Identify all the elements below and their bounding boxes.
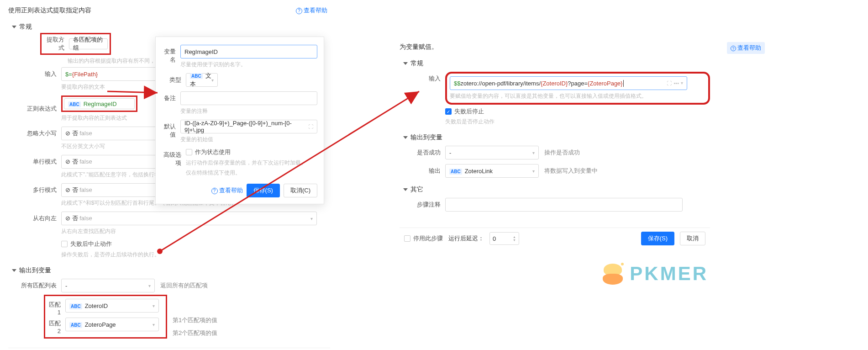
step-remark-input[interactable] — [445, 198, 683, 212]
extract-mode-label: 提取方式 — [43, 36, 69, 52]
output-label: 输出 — [400, 164, 445, 175]
right-cancel-button[interactable]: 取消 — [680, 232, 705, 245]
multiline-label: 多行模式 — [8, 183, 61, 194]
stop-on-fail-checkbox[interactable]: 失败后中止动作 — [61, 240, 112, 248]
chevron-down-icon — [403, 136, 408, 139]
match2-select[interactable]: ABCZoteroPage▾ — [65, 318, 159, 331]
type-label: 类型 — [162, 73, 186, 84]
adv-label: 高级选项 — [162, 148, 186, 167]
type-select[interactable]: ABC文本▾ — [186, 73, 218, 87]
success-label: 是否成功 — [400, 146, 445, 157]
allmatch-label: 所有匹配列表 — [8, 279, 61, 290]
chevron-down-icon — [12, 269, 16, 272]
allmatch-select[interactable]: -▾ — [61, 279, 155, 292]
match2-label: 匹配2 — [47, 318, 65, 334]
match1-select[interactable]: ABCZoteroID▾ — [65, 299, 159, 313]
right-delay-label: 运行后延迟： — [448, 234, 484, 243]
chevron-down-icon — [403, 188, 408, 191]
right-section-other[interactable]: 其它 — [400, 180, 710, 196]
left-footer: 停用此步骤 运行后延迟： 0▲▼ 保存(S) 取消 — [8, 348, 330, 350]
modal-help-link[interactable]: ?查看帮助 — [211, 186, 243, 195]
match-group-highlight: 匹配1 ABCZoteroID▾ 匹配2 ABCZoteroPage▾ — [44, 295, 167, 339]
right-disable-step-checkbox[interactable]: 停用此步骤 — [404, 234, 443, 243]
chevron-down-icon: ▾ — [310, 216, 313, 221]
pkmer-watermark: PKMER — [600, 261, 708, 286]
right-input-field[interactable]: $$zotero://open-pdf/library/items/{Zoter… — [450, 76, 687, 90]
section-general[interactable]: 常规 — [8, 17, 330, 33]
right-delay-input[interactable]: 0▲▼ — [489, 232, 519, 245]
chevron-down-icon: ▾ — [153, 303, 155, 308]
varname-input[interactable]: RegImageID — [180, 45, 317, 58]
right-panel: 为变量赋值。 ?查看帮助 常规 输入 $$zotero://open-pdf/l… — [400, 40, 710, 249]
step-remark-label: 步骤注释 — [400, 198, 445, 209]
help-icon: ? — [211, 188, 218, 194]
section-output[interactable]: 输出到变量 — [8, 261, 330, 276]
regex-select[interactable]: ABCRegImageID — [64, 98, 135, 109]
match1-label: 匹配1 — [47, 299, 65, 316]
right-input-highlight: $$zotero://open-pdf/library/items/{Zoter… — [445, 72, 710, 105]
chevron-down-icon: ▾ — [148, 283, 151, 288]
expand-icon[interactable]: ⛶ — [667, 80, 672, 86]
chevron-down-icon: ▾ — [153, 322, 155, 327]
regex-label: 正则表达式 — [8, 105, 61, 113]
chevron-down-icon: ▾ — [211, 78, 214, 83]
left-help-link[interactable]: ?查看帮助 — [296, 6, 327, 15]
singleline-label: 单行模式 — [8, 155, 61, 166]
right-section-general[interactable]: 常规 — [400, 54, 710, 69]
varname-label: 变量名 — [162, 45, 180, 64]
help-icon: ? — [731, 46, 736, 51]
adv-state-checkbox[interactable]: 作为状态使用 — [186, 148, 231, 156]
modal-cancel-button[interactable]: 取消(C) — [284, 184, 317, 197]
more-icon[interactable]: ••• — [673, 80, 679, 86]
chevron-down-icon: ▾ — [532, 150, 535, 155]
modal-save-button[interactable]: 保存(S) — [247, 184, 280, 197]
rtl-label: 从右向左 — [8, 212, 61, 223]
chevron-down-icon[interactable]: ▾ — [681, 80, 683, 86]
chevron-down-icon — [403, 62, 408, 65]
variable-editor-modal: 变量名 RegImageID 尽量使用便于识别的名字。 类型 ABC文本▾ 备注… — [155, 37, 324, 204]
expand-icon[interactable]: ⛶ — [308, 124, 313, 129]
output-select[interactable]: ABCZoteroLink▾ — [445, 164, 539, 178]
chevron-down-icon: ▾ — [532, 169, 535, 174]
fail-stop-checkbox[interactable]: ✓失败后停止 — [445, 107, 484, 116]
right-input-label: 输入 — [400, 72, 445, 83]
rtl-select[interactable]: ⊘ 否 false▾ — [61, 212, 317, 225]
remark-input[interactable] — [180, 91, 317, 105]
input-label: 输入 — [8, 67, 61, 78]
extract-mode-highlight: 提取方式 各匹配项的组 — [40, 33, 111, 55]
right-section-output[interactable]: 输出到变量 — [400, 128, 710, 143]
pkmer-logo-icon — [600, 261, 625, 286]
right-save-button[interactable]: 保存(S) — [641, 232, 674, 245]
right-title: 为变量赋值。 — [400, 40, 710, 54]
default-input[interactable]: ID-([a-zA-Z0-9]+)_Page-([0-9]+)_num-[0-9… — [180, 120, 317, 133]
right-help-link[interactable]: ?查看帮助 — [727, 42, 765, 54]
default-label: 默认值 — [162, 120, 180, 139]
chevron-down-icon — [12, 26, 16, 28]
help-icon: ? — [296, 8, 302, 14]
ignorecase-label: 忽略大小写 — [8, 127, 61, 138]
extract-mode-select[interactable]: 各匹配项的组 — [69, 38, 108, 49]
right-footer: 停用此步骤 运行后延迟： 0▲▼ 保存(S) 取消 — [400, 228, 710, 249]
success-select[interactable]: -▾ — [445, 146, 539, 159]
left-title: 使用正则表达式提取指定内容 — [8, 4, 91, 17]
remark-label: 备注 — [162, 91, 180, 102]
